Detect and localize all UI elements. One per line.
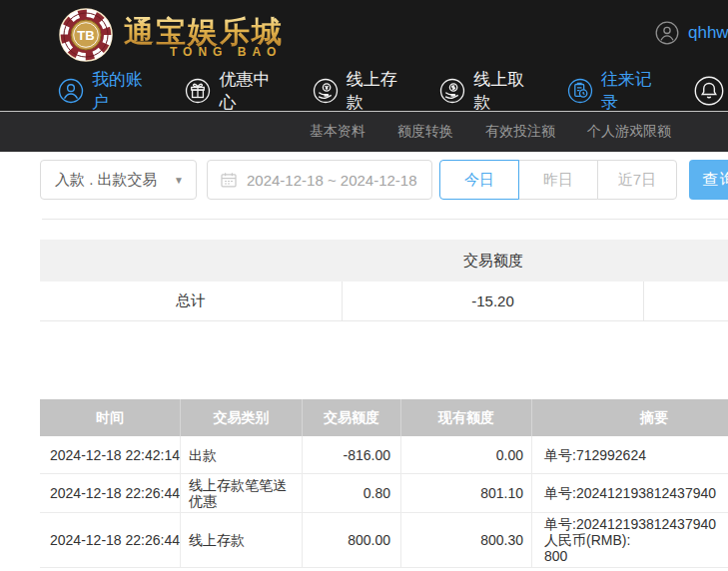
nav-item-promotions[interactable]: 优惠中心 [185,68,279,114]
nav-item-label: 我的账户 [92,68,152,114]
transaction-type-value: 入款 . 出款交易 [55,171,158,190]
divider [42,219,728,220]
cell-amount: 800.00 [303,513,401,567]
table-row: 2024-12-18 22:26:44 线上存款笔笔送优惠 0.80 801.1… [40,474,728,513]
user-area[interactable]: qhhw [655,21,728,45]
nav-item-label: 优惠中心 [219,68,279,114]
summary-header-row: 交易额度 [40,240,728,282]
table-row: 2024-12-18 22:26:44 线上存款 800.00 800.30 单… [40,513,728,568]
col-header-amount: 交易额度 [303,399,401,436]
col-header-balance: 现有额度 [401,399,532,436]
records-clipboard-clock-icon [567,78,593,104]
subnav-item-valid-bets[interactable]: 有效投注额 [485,123,555,141]
transaction-type-select[interactable]: 入款 . 出款交易 ▼ [40,160,197,200]
transactions-table: 时间 交易类别 交易额度 现有额度 摘要 2024-12-18 22:42:14… [40,399,728,568]
date-range-value: 2024-12-18 ~ 2024-12-18 [247,172,417,189]
cell-summary: 单号:202412193812437940 人民币(RMB): 800 [532,513,728,567]
cell-time: 2024-12-18 22:42:14 [40,436,181,473]
summary-amount-header: 交易额度 [343,252,644,271]
nav-item-online-deposit[interactable]: 线上存款 [313,68,406,114]
cell-type: 线上存款 [181,513,303,567]
nav-item-transaction-records[interactable]: 往来记录 [567,68,661,114]
caret-down-icon: ▼ [174,175,184,186]
main-nav: 我的账户 优惠中心 [0,70,728,112]
username: qhhw [688,23,728,43]
cell-summary: 单号:202412193812437940 [532,474,728,512]
subnav-item-game-limits[interactable]: 个人游戏限额 [587,123,671,141]
summary-total-label: 总计 [40,282,343,320]
site-logo[interactable]: TB 通宝娱乐城 TONG BAO [58,7,284,67]
quick-date-group: 今日 昨日 近7日 [439,160,677,200]
summary-total-row: 总计 -15.20 [40,282,728,321]
gift-icon [185,78,211,104]
logo-subtitle: TONG BAO [170,45,284,59]
table-header-row: 时间 交易类别 交易额度 现有额度 摘要 [40,399,728,436]
deposit-hand-coin-icon [313,78,339,104]
cell-balance: 801.10 [401,474,532,512]
user-icon [58,78,84,104]
page: TB 通宝娱乐城 TONG BAO qhhw [0,0,728,571]
avatar-icon [655,21,679,45]
cell-amount: 0.80 [303,474,401,512]
col-header-summary: 摘要 [532,399,728,436]
cell-amount: -816.00 [303,436,401,473]
summary-table: 交易额度 总计 -15.20 [40,240,728,321]
nav-item-label: 线上取款 [473,68,533,114]
cell-type: 线上存款笔笔送优惠 [181,474,303,512]
withdraw-hand-coin-icon [439,78,465,104]
top-header: TB 通宝娱乐城 TONG BAO qhhw [0,0,728,70]
nav-item-online-withdraw[interactable]: 线上取款 [439,68,533,114]
cell-summary: 单号:712992624 [532,436,728,473]
subnav-item-credit-transfer[interactable]: 额度转换 [397,123,453,141]
cell-balance: 0.00 [401,436,532,473]
yesterday-button[interactable]: 昨日 [518,160,598,200]
summary-total-value: -15.20 [343,282,644,320]
cell-type: 出款 [181,436,303,473]
sub-nav: 基本资料 额度转换 有效投注额 个人游戏限额 [0,112,728,152]
nav-item-label: 线上存款 [347,68,406,114]
chip-tb-text: TB [77,28,94,43]
col-header-time: 时间 [40,399,181,436]
calendar-icon [220,171,238,189]
nav-item-my-account[interactable]: 我的账户 [58,68,152,114]
subnav-item-basic-info[interactable]: 基本资料 [310,123,365,141]
cell-time: 2024-12-18 22:26:44 [40,513,181,567]
search-button[interactable]: 查询 [689,160,728,200]
cell-balance: 800.30 [401,513,532,567]
last7days-button[interactable]: 近7日 [597,160,677,200]
col-header-type: 交易类别 [181,399,303,436]
nav-item-label: 往来记录 [601,68,661,114]
date-range-input[interactable]: 2024-12-18 ~ 2024-12-18 [207,160,432,200]
bell-icon[interactable] [694,76,724,106]
today-button[interactable]: 今日 [439,160,519,200]
logo-text: 通宝娱乐城 TONG BAO [124,16,284,59]
logo-title: 通宝娱乐城 [124,16,284,48]
casino-chip-icon: TB [58,7,114,67]
table-row: 2024-12-18 22:42:14 出款 -816.00 0.00 单号:7… [40,436,728,474]
cell-time: 2024-12-18 22:26:44 [40,474,181,512]
